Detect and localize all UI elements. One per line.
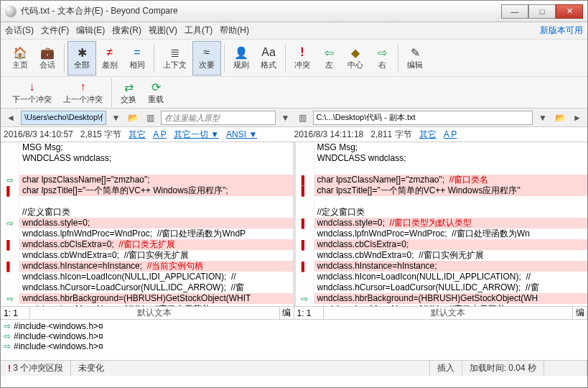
reload-icon: ⟳ bbox=[151, 80, 161, 94]
nav-toolbar: ↓下一个冲突 ↑上一个冲突 ⇄交换 ⟳重载 bbox=[1, 77, 587, 108]
right-size: 2,811 字节 bbox=[370, 129, 411, 141]
right-gutter: ▌▌▌▌▌⇨ bbox=[296, 142, 314, 306]
left-path-dropdown[interactable]: ▼ bbox=[109, 111, 123, 125]
arrow-down-red-icon: ↓ bbox=[29, 80, 35, 94]
menu-view[interactable]: 视图(V) bbox=[149, 24, 177, 37]
left-all-other[interactable]: 其它一切 ▼ bbox=[174, 129, 219, 141]
main-toolbar: 🏠主页 💼会话 ✱全部 ≠差别 =相同 ≣上下文 ≈次要 👤规则 Aa格式 !冲… bbox=[1, 40, 587, 77]
asterisk-icon: ✱ bbox=[78, 45, 87, 60]
merged-output[interactable]: ⇨#include·<windows.h>¤⇨#include·<windows… bbox=[1, 320, 587, 360]
context-icon: ≣ bbox=[170, 45, 179, 60]
maximize-button[interactable]: □ bbox=[528, 4, 556, 19]
left-pane: ⇨▌⇨▌▌⇨ MSG Msg;WNDCLASS wndclass;char lp… bbox=[1, 142, 293, 306]
close-button[interactable]: ✕ bbox=[556, 4, 583, 19]
menubar: 会话(S) 文件(F) 编辑(E) 搜索(R) 视图(V) 工具(T) 帮助(H… bbox=[1, 22, 587, 40]
left-size: 2,815 字节 bbox=[80, 129, 121, 141]
status-conflicts: ! 3 个冲突区段 bbox=[1, 361, 71, 376]
left-path-input[interactable] bbox=[21, 111, 106, 125]
diff-button[interactable]: ≠差别 bbox=[96, 41, 123, 75]
arrow-right-green-icon: ⇨ bbox=[378, 45, 387, 60]
position-bar: 1: 1 默认文本 编 1: 1 默认文本 编 bbox=[1, 307, 587, 320]
right-caret-pos: 1: 1 bbox=[294, 308, 323, 318]
right-other[interactable]: 其它 bbox=[419, 129, 437, 141]
left-gutter: ⇨▌⇨▌▌⇨ bbox=[1, 142, 19, 306]
notequal-icon: ≠ bbox=[107, 45, 113, 60]
sessions-button[interactable]: 💼会话 bbox=[34, 41, 61, 75]
left-default-text: 默认文本 bbox=[29, 307, 280, 319]
right-path-dropdown[interactable]: ▼ bbox=[536, 111, 550, 125]
arrow-left-blue-icon: ⇦ bbox=[325, 45, 334, 60]
menu-edit[interactable]: 编辑(E) bbox=[76, 24, 105, 37]
format-icon: Aa bbox=[261, 45, 276, 60]
window-buttons: — □ ✕ bbox=[501, 4, 583, 19]
briefcase-icon: 💼 bbox=[40, 45, 55, 60]
left-caret-pos: 1: 1 bbox=[1, 308, 29, 318]
approx-icon: ≈ bbox=[204, 45, 210, 60]
take-center-button[interactable]: ◆中心 bbox=[342, 41, 369, 75]
status-insert: 插入 bbox=[430, 361, 462, 376]
next-conflict-button[interactable]: ↓下一个冲突 bbox=[6, 75, 57, 110]
same-button[interactable]: =相同 bbox=[123, 41, 151, 75]
left-other[interactable]: 其它 bbox=[129, 129, 146, 141]
referee-icon: 👤 bbox=[234, 45, 248, 60]
path-right-group: ▥ ▼ 📂 ► bbox=[296, 111, 585, 125]
menu-file[interactable]: 文件(F) bbox=[41, 24, 69, 37]
right-ap[interactable]: A P bbox=[444, 129, 457, 139]
swap-icon: ⇄ bbox=[124, 80, 134, 94]
minimize-button[interactable]: — bbox=[501, 4, 528, 19]
nav-fwd-right[interactable]: ► bbox=[570, 111, 584, 125]
exclaim-icon: ! bbox=[300, 45, 304, 60]
home-button[interactable]: 🏠主页 bbox=[6, 41, 34, 75]
compare-panes: ⇨▌⇨▌▌⇨ MSG Msg;WNDCLASS wndclass;char lp… bbox=[1, 142, 587, 307]
menu-session[interactable]: 会话(S) bbox=[5, 24, 34, 37]
prototype-filter-input[interactable] bbox=[161, 111, 276, 125]
path-left-group: ◄ ▼ 📂 ▥ ▼ bbox=[4, 111, 293, 125]
right-filter-mode[interactable]: ▥ bbox=[296, 111, 310, 125]
right-pane: ▌▌▌▌▌⇨ MSG Msg;WNDCLASS wndclass;char lp… bbox=[296, 142, 588, 306]
left-edit-ind[interactable]: 编 bbox=[280, 307, 294, 319]
reload-button[interactable]: ⟳重载 bbox=[142, 75, 169, 110]
right-code[interactable]: MSG Msg;WNDCLASS wndclass;char lpszClass… bbox=[314, 142, 588, 306]
menu-search[interactable]: 搜索(R) bbox=[112, 24, 141, 37]
app-icon bbox=[5, 6, 17, 17]
left-filter-mode[interactable]: ▥ bbox=[144, 111, 158, 125]
status-progress bbox=[544, 361, 587, 376]
left-date: 2016/8/3 14:10:57 bbox=[4, 129, 73, 139]
new-version-link[interactable]: 新版本可用 bbox=[540, 24, 583, 37]
format-button[interactable]: Aa格式 bbox=[255, 41, 282, 75]
prev-conflict-button[interactable]: ↑上一个冲突 bbox=[57, 75, 108, 110]
conflict-button[interactable]: !冲突 bbox=[289, 41, 316, 75]
statusbar: ! 3 个冲突区段 未变化 插入 加载时间: 0.04 秒 bbox=[1, 360, 587, 376]
left-browse-button[interactable]: 📂 bbox=[126, 111, 141, 125]
menu-tools[interactable]: 工具(T) bbox=[185, 24, 213, 37]
menu-help[interactable]: 帮助(H) bbox=[220, 24, 249, 37]
file-info-bar: 2016/8/3 14:10:57 2,815 字节 其它 A P 其它一切 ▼… bbox=[1, 127, 587, 142]
all-button[interactable]: ✱全部 bbox=[67, 41, 96, 75]
titlebar: 代码.txt - 文本合并(E) - Beyond Compare — □ ✕ bbox=[1, 1, 587, 22]
status-unchanged: 未变化 bbox=[71, 361, 429, 376]
context-button[interactable]: ≣上下文 bbox=[157, 41, 192, 75]
equal-icon: = bbox=[134, 45, 140, 60]
right-browse-button[interactable]: 📂 bbox=[553, 111, 567, 125]
filter-dropdown[interactable]: ▼ bbox=[279, 111, 293, 125]
left-code[interactable]: MSG Msg;WNDCLASS wndclass;char lpszClass… bbox=[19, 142, 293, 306]
take-left-button[interactable]: ⇦左 bbox=[316, 41, 342, 75]
right-edit-ind[interactable]: 编 bbox=[573, 307, 587, 319]
left-encoding[interactable]: ANSI ▼ bbox=[226, 129, 257, 139]
swap-button[interactable]: ⇄交换 bbox=[115, 75, 142, 110]
right-path-input[interactable] bbox=[313, 111, 533, 125]
status-loadtime: 加载时间: 0.04 秒 bbox=[462, 361, 544, 376]
path-bar: ◄ ▼ 📂 ▥ ▼ ▥ ▼ 📂 ► bbox=[1, 108, 587, 127]
nav-back-left[interactable]: ◄ bbox=[4, 111, 18, 125]
pencil-icon: ✎ bbox=[411, 45, 420, 60]
right-default-text: 默认文本 bbox=[323, 307, 574, 319]
take-right-button[interactable]: ⇨右 bbox=[369, 41, 395, 75]
minor-button[interactable]: ≈次要 bbox=[192, 41, 221, 75]
diamond-icon: ◆ bbox=[351, 45, 360, 60]
arrow-up-red-icon: ↑ bbox=[80, 80, 86, 94]
rules-button[interactable]: 👤规则 bbox=[228, 41, 255, 75]
edit-button[interactable]: ✎编辑 bbox=[401, 41, 429, 75]
window-title: 代码.txt - 文本合并(E) - Beyond Compare bbox=[21, 5, 501, 17]
left-ap[interactable]: A P bbox=[153, 129, 167, 139]
home-icon: 🏠 bbox=[13, 45, 27, 60]
